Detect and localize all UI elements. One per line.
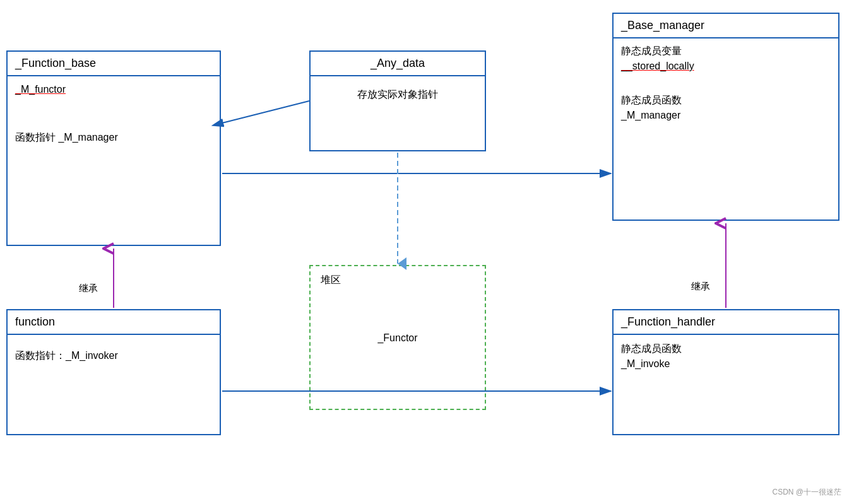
function-base-box: _Function_base _M_functor 函数指针 _M_manage…	[6, 50, 221, 246]
any-data-to-functor-arrow	[222, 101, 309, 123]
function-handler-content: 静态成员函数_M_invoke	[614, 335, 838, 377]
base-manager-title: _Base_manager	[614, 14, 838, 37]
base-manager-content: 静态成员变量__stored_locally 静态成员函数_M_manager	[614, 38, 838, 128]
any-data-box: _Any_data 存放实际对象指针	[309, 50, 486, 151]
function-box: function 函数指针：_M_invoker	[6, 309, 221, 435]
function-content: 函数指针：_M_invoker	[8, 335, 220, 369]
diagram-container: _Function_base _M_functor 函数指针 _M_manage…	[0, 0, 854, 504]
m-functor-label: _M_functor	[15, 84, 66, 95]
inherit1-label: 继承	[79, 283, 98, 295]
function-handler-title: _Function_handler	[614, 310, 838, 334]
any-data-title: _Any_data	[311, 52, 485, 75]
function-title: function	[8, 310, 220, 334]
base-manager-box: _Base_manager 静态成员变量__stored_locally 静态成…	[612, 13, 839, 221]
functor-label: _Functor	[311, 295, 485, 344]
watermark: CSDN @十一很迷茫	[772, 487, 841, 498]
m-manager-label: 函数指针 _M_manager	[15, 129, 212, 146]
any-data-content: 存放实际对象指针	[311, 76, 485, 108]
heap-label: 堆区	[311, 266, 485, 295]
functor-dashed-box: 堆区 _Functor	[309, 265, 486, 410]
function-base-content: _M_functor 函数指针 _M_manager	[8, 76, 220, 150]
function-base-title: _Function_base	[8, 52, 220, 75]
function-handler-box: _Function_handler 静态成员函数_M_invoke	[612, 309, 839, 435]
inherit2-label: 继承	[691, 281, 710, 293]
